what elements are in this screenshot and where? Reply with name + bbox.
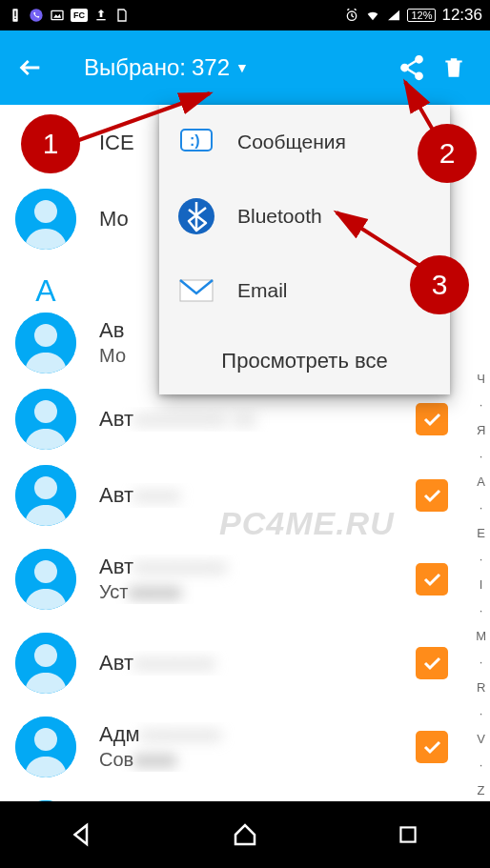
selection-title[interactable]: Выбрано: 372 ▼: [46, 54, 391, 81]
contact-row[interactable]: Автооооооо: [0, 625, 490, 701]
svg-rect-2: [14, 18, 15, 19]
annotation-2: 2: [418, 124, 477, 183]
status-bar: FC 12% 12:36: [0, 0, 490, 30]
alarm-icon: [344, 8, 359, 23]
avatar: [15, 189, 76, 250]
upload-icon: [93, 8, 109, 23]
battery-indicator: 12%: [407, 9, 436, 22]
alphabet-index[interactable]: Ч · Я · A · E · I · M · R · V · Z · #: [476, 372, 486, 801]
contact-name: Автоооооооо оо: [76, 407, 416, 432]
index-dot: ·: [480, 757, 483, 772]
contact-row[interactable]: АлеоооооооМо: [0, 793, 490, 801]
avatar: [15, 549, 76, 610]
wifi-icon: [365, 8, 380, 23]
warning-icon: [8, 8, 23, 23]
share-item-label: Сообщения: [237, 131, 346, 153]
svg-point-25: [34, 728, 57, 751]
contact-name: АвтооооооооУстооооо: [76, 555, 416, 604]
index-letter[interactable]: Ч: [477, 372, 485, 386]
svg-text::): :): [190, 132, 200, 149]
sd-icon: [114, 8, 130, 23]
svg-point-15: [34, 324, 57, 347]
checkbox-checked[interactable]: [416, 647, 448, 679]
dropdown-arrow-icon: ▼: [235, 60, 249, 75]
index-letter[interactable]: R: [477, 680, 485, 695]
contact-name: Автооооооо: [76, 651, 416, 676]
share-item-bluetooth[interactable]: Bluetooth: [159, 179, 450, 253]
contact-name: АдмоооооооСовоооо: [76, 722, 416, 772]
index-letter[interactable]: I: [480, 577, 483, 592]
annotation-3: 3: [410, 255, 469, 314]
svg-point-23: [34, 644, 57, 667]
contact-row[interactable]: АвтооооооооУстооооо: [0, 534, 490, 625]
nav-home-button[interactable]: [226, 816, 264, 854]
messages-icon: :): [176, 122, 216, 162]
checkbox-checked[interactable]: [416, 403, 448, 435]
watermark: PC4ME.RU: [219, 505, 395, 542]
share-item-label: Bluetooth: [237, 205, 322, 228]
svg-rect-6: [96, 19, 105, 20]
delete-button[interactable]: [433, 47, 475, 89]
nav-recent-button[interactable]: [389, 816, 427, 854]
avatar: [15, 633, 76, 694]
index-letter[interactable]: E: [477, 526, 485, 540]
fc-icon: FC: [71, 9, 88, 22]
share-item-label: Email: [237, 279, 288, 302]
index-dot: ·: [480, 449, 483, 463]
svg-point-17: [34, 400, 57, 423]
back-button[interactable]: [15, 52, 46, 83]
checkbox-checked[interactable]: [416, 731, 448, 763]
checkbox-checked[interactable]: [416, 479, 448, 512]
index-dot: ·: [480, 603, 483, 617]
svg-point-21: [34, 560, 57, 583]
share-view-all[interactable]: Просмотреть все: [159, 328, 450, 394]
index-letter[interactable]: Z: [478, 783, 485, 797]
signal-icon: [386, 8, 401, 23]
index-dot: ·: [480, 500, 483, 515]
image-icon: [50, 8, 65, 23]
clock: 12:36: [441, 6, 482, 25]
index-dot: ·: [480, 397, 483, 412]
email-icon: [176, 271, 216, 311]
svg-rect-4: [51, 10, 63, 19]
share-item-email[interactable]: Email: [159, 253, 450, 328]
share-button[interactable]: [391, 47, 433, 89]
svg-rect-1: [14, 10, 15, 16]
avatar: [15, 717, 76, 777]
checkbox-checked[interactable]: [416, 563, 448, 595]
svg-rect-39: [401, 827, 416, 841]
index-dot: ·: [480, 552, 483, 566]
share-popup: :) Сообщения Bluetooth Email Просмотреть…: [159, 105, 450, 394]
svg-point-3: [30, 9, 42, 21]
contact-row[interactable]: АдмоооооооСовоооо: [0, 701, 490, 793]
selected-count: 372: [192, 54, 230, 81]
index-dot: ·: [480, 706, 483, 720]
svg-marker-8: [388, 10, 399, 21]
svg-point-13: [34, 200, 57, 223]
index-letter[interactable]: A: [477, 474, 485, 489]
bluetooth-icon: [176, 196, 216, 236]
avatar: [15, 389, 76, 450]
share-item-messages[interactable]: :) Сообщения: [159, 105, 450, 179]
nav-bar: [0, 801, 490, 868]
svg-point-19: [34, 476, 57, 499]
index-dot: ·: [480, 655, 483, 669]
annotation-1: 1: [21, 114, 80, 173]
index-letter[interactable]: Я: [477, 423, 485, 437]
avatar: [15, 465, 76, 526]
status-left: FC: [8, 8, 130, 23]
viber-icon: [29, 8, 44, 23]
app-bar: Выбрано: 372 ▼: [0, 30, 490, 105]
avatar: [15, 313, 76, 373]
nav-back-button[interactable]: [63, 816, 101, 854]
index-letter[interactable]: V: [477, 732, 485, 746]
status-right: 12% 12:36: [344, 6, 482, 25]
index-letter[interactable]: M: [476, 629, 486, 643]
title-prefix: Выбрано:: [84, 54, 186, 81]
svg-marker-5: [53, 14, 61, 18]
svg-marker-38: [74, 825, 87, 844]
